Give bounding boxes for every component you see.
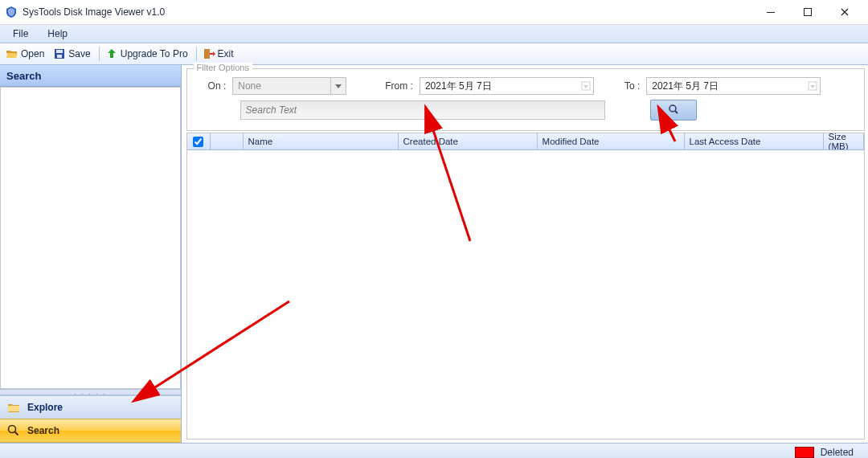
sidebar: Search . . . . . Explore Search xyxy=(0,65,182,443)
app-icon xyxy=(5,6,18,18)
menu-bar: File Help xyxy=(0,25,868,43)
upgrade-label: Upgrade To Pro xyxy=(121,48,188,59)
svg-rect-1 xyxy=(805,9,812,16)
column-name[interactable]: Name xyxy=(244,133,399,149)
svg-point-6 xyxy=(9,426,16,433)
menu-help[interactable]: Help xyxy=(39,27,76,41)
status-bar: Deleted xyxy=(0,443,868,458)
open-button[interactable]: Open xyxy=(3,46,49,62)
svg-rect-4 xyxy=(57,55,62,58)
exit-button[interactable]: Exit xyxy=(200,46,239,62)
filter-options-group: Filter Options On : None From : 2021年 5月… xyxy=(186,68,865,131)
deleted-label: Deleted xyxy=(821,447,854,458)
filter-legend: Filter Options xyxy=(194,63,252,72)
chevron-down-icon xyxy=(330,78,346,94)
search-text-input[interactable]: Search Text xyxy=(240,100,605,120)
column-size[interactable]: Size (MB) xyxy=(824,133,864,149)
sidebar-item-label: Search xyxy=(27,425,59,436)
calendar-drop-icon xyxy=(805,78,820,94)
from-date-value: 2021年 5月 7日 xyxy=(420,80,579,93)
workspace: Search . . . . . Explore Search Filter O… xyxy=(0,65,868,443)
on-label: On : xyxy=(208,80,227,92)
svg-point-9 xyxy=(669,105,676,112)
close-button[interactable] xyxy=(826,0,863,24)
from-date-picker[interactable]: 2021年 5月 7日 xyxy=(420,77,594,95)
run-search-button[interactable] xyxy=(650,100,697,121)
title-bar: SysTools Disk Image Viewer v1.0 xyxy=(0,0,868,25)
to-label: To : xyxy=(624,80,640,92)
save-button[interactable]: Save xyxy=(51,46,95,62)
grid-header: Name Created Date Modified Date Last Acc… xyxy=(187,133,864,150)
on-combo-value: None xyxy=(233,80,330,92)
svg-rect-5 xyxy=(204,49,210,59)
save-label: Save xyxy=(68,48,90,59)
folder-icon xyxy=(6,400,21,415)
svg-rect-3 xyxy=(56,50,63,53)
sidebar-item-search[interactable]: Search xyxy=(0,419,181,443)
filter-row-dates: On : None From : 2021年 5月 7日 To : 202 xyxy=(192,77,859,95)
open-label: Open xyxy=(21,48,44,59)
magnifier-icon xyxy=(668,104,679,117)
folder-open-icon xyxy=(6,47,18,60)
sidebar-tree-area[interactable] xyxy=(0,87,181,389)
deleted-color-swatch xyxy=(795,447,814,458)
toolbar: Open Save Upgrade To Pro Exit xyxy=(0,43,868,65)
upgrade-button[interactable]: Upgrade To Pro xyxy=(103,46,193,62)
toolbar-separator xyxy=(196,47,197,61)
column-icon[interactable] xyxy=(211,133,244,149)
grid-body[interactable] xyxy=(187,150,864,439)
menu-file[interactable]: File xyxy=(5,27,36,41)
sidebar-grip[interactable]: . . . . . xyxy=(0,389,181,395)
on-combo[interactable]: None xyxy=(232,77,346,95)
sidebar-item-explore[interactable]: Explore xyxy=(0,395,181,419)
exit-label: Exit xyxy=(218,48,234,59)
sidebar-header: Search xyxy=(0,65,181,87)
column-checkbox[interactable] xyxy=(187,133,211,149)
arrow-up-icon xyxy=(105,47,118,60)
calendar-drop-icon xyxy=(579,78,593,94)
from-label: From : xyxy=(385,80,413,92)
filter-row-search: Search Text xyxy=(192,100,859,121)
select-all-checkbox[interactable] xyxy=(193,137,203,147)
exit-icon xyxy=(203,47,215,60)
svg-rect-0 xyxy=(767,12,775,13)
floppy-icon xyxy=(53,47,66,60)
minimize-button[interactable] xyxy=(752,0,789,24)
toolbar-separator xyxy=(99,47,100,61)
column-modified[interactable]: Modified Date xyxy=(538,133,685,149)
window-title: SysTools Disk Image Viewer v1.0 xyxy=(23,6,165,18)
to-date-picker[interactable]: 2021年 5月 7日 xyxy=(646,77,821,95)
main-panel: Filter Options On : None From : 2021年 5月… xyxy=(182,65,868,443)
maximize-button[interactable] xyxy=(789,0,826,24)
column-lastaccess[interactable]: Last Access Date xyxy=(685,133,824,149)
sidebar-item-label: Explore xyxy=(27,402,63,413)
search-placeholder: Search Text xyxy=(246,104,297,116)
to-date-value: 2021年 5月 7日 xyxy=(647,80,805,93)
results-grid: Name Created Date Modified Date Last Acc… xyxy=(186,133,865,440)
column-created[interactable]: Created Date xyxy=(399,133,538,149)
magnifier-icon xyxy=(6,423,21,438)
